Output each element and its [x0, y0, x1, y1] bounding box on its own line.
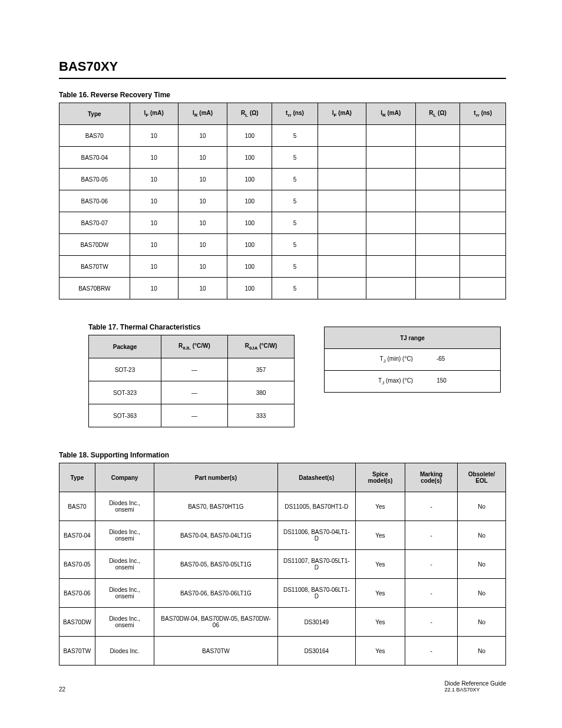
table-cell: 10	[130, 256, 178, 278]
table-cell: Diodes Inc., onsemi	[95, 579, 154, 608]
table-cell: SOT-23	[89, 358, 161, 381]
table-cell: SOT-323	[89, 381, 161, 404]
table-cell: DS11008, BAS70-06LT1-D	[277, 579, 355, 608]
table-cell: BAS70-06	[59, 579, 95, 608]
table-cell: 100	[227, 190, 272, 212]
page-title: BAS70XY	[59, 59, 506, 74]
table-cell: Yes	[355, 521, 405, 550]
title-rule	[59, 78, 506, 79]
table-cell: 10	[130, 147, 178, 169]
table-row: BAS70DW10101005	[59, 234, 506, 256]
table17b: TJ range TJ (min) (°C)-65TJ (max) (°C)15…	[324, 327, 501, 393]
table-cell: BAS70TW	[154, 637, 277, 666]
table-cell: BAS70, BAS70HT1G	[154, 492, 277, 521]
table-row: BAS70-0410101005	[59, 147, 506, 169]
table-cell: No	[458, 550, 506, 579]
table-cell	[318, 169, 366, 190]
table-cell: 100	[227, 256, 272, 278]
table-cell: Yes	[355, 608, 405, 637]
table-cell: 10	[130, 169, 178, 190]
table-cell: 5	[272, 256, 318, 278]
table-cell: Diodes Inc.	[95, 637, 154, 666]
table-cell: BAS70DW-04, BAS70DW-05, BAS70DW-06	[154, 608, 277, 637]
table17-title: Table 17. Thermal Characteristics	[88, 323, 295, 331]
table-row: BAS7010101005	[59, 125, 506, 147]
table-cell	[415, 234, 460, 256]
table-cell: 357	[228, 358, 295, 381]
page-number: 22	[59, 686, 65, 693]
table-cell	[318, 278, 366, 299]
table18: TypeCompanyPart number(s)Datasheet(s)Spi…	[59, 463, 506, 666]
table-cell: 10	[130, 234, 178, 256]
table-cell: BAS70-04	[59, 147, 130, 169]
table-row: BAS70TWDiodes Inc.BAS70TWDS30164Yes-No	[59, 637, 506, 666]
table-row: SOT-323—380	[89, 381, 295, 404]
table-cell: BAS70-05	[59, 169, 130, 190]
table-cell: 10	[130, 125, 178, 147]
table-cell	[366, 278, 415, 299]
table-cell: BAS70-04	[59, 521, 95, 550]
table-row: TJ (max) (°C)150	[325, 371, 501, 393]
table-cell: BAS70TW	[59, 256, 130, 278]
table-cell	[415, 169, 460, 190]
table-cell: 100	[227, 125, 272, 147]
table17-header-cell: RθJA (°C/W)	[228, 335, 295, 358]
table-cell	[366, 190, 415, 212]
table-cell	[318, 234, 366, 256]
table18-header-cell: Type	[59, 463, 95, 492]
table-cell: TJ (min) (°C)-65	[325, 349, 501, 371]
table17b-header: TJ range	[325, 327, 501, 349]
table-cell: 5	[272, 147, 318, 169]
table-cell: BAS70-04, BAS70-04LT1G	[154, 521, 277, 550]
table-cell: Diodes Inc., onsemi	[95, 608, 154, 637]
table-cell	[460, 212, 506, 234]
table16: TypeIF (mA)IR (mA)RL (Ω)trr (ns)IF (mA)I…	[59, 103, 506, 299]
table-cell	[366, 125, 415, 147]
table-cell	[318, 125, 366, 147]
table-cell: 10	[178, 212, 227, 234]
table-cell: No	[458, 608, 506, 637]
table16-header-cell: RL (Ω)	[227, 103, 272, 125]
table-cell: TJ (max) (°C)150	[325, 371, 501, 393]
table-cell	[460, 234, 506, 256]
table-cell: DS30149	[277, 608, 355, 637]
table18-header-cell: Marking code(s)	[405, 463, 457, 492]
table-cell	[366, 212, 415, 234]
table-cell: DS11007, BAS70-05LT1-D	[277, 550, 355, 579]
table-cell: 5	[272, 169, 318, 190]
table16-header-cell: RL (Ω)	[415, 103, 460, 125]
table-cell: 5	[272, 234, 318, 256]
table-cell	[318, 212, 366, 234]
table-cell: —	[161, 381, 228, 404]
table-cell: 10	[130, 278, 178, 299]
table-cell: Yes	[355, 579, 405, 608]
table-cell: -	[405, 492, 457, 521]
table-cell: DS11005, BAS70HT1-D	[277, 492, 355, 521]
table17-header-cell: Package	[89, 335, 161, 358]
table16-header-cell: IF (mA)	[318, 103, 366, 125]
table-cell: 5	[272, 212, 318, 234]
table-cell: 100	[227, 278, 272, 299]
table18-header-cell: Company	[95, 463, 154, 492]
table-cell: 10	[178, 256, 227, 278]
table-cell	[318, 256, 366, 278]
table-row: BAS70TW10101005	[59, 256, 506, 278]
table-cell	[415, 278, 460, 299]
table-cell: 100	[227, 212, 272, 234]
table-cell: 100	[227, 234, 272, 256]
table-cell: 10	[130, 190, 178, 212]
table-cell: DS30164	[277, 637, 355, 666]
table-cell: BAS70DW	[59, 608, 95, 637]
table-cell: BAS70	[59, 492, 95, 521]
table16-header-cell: IF (mA)	[130, 103, 178, 125]
table-cell: Diodes Inc., onsemi	[95, 521, 154, 550]
table-cell	[318, 190, 366, 212]
table-cell	[366, 234, 415, 256]
table-cell: 5	[272, 278, 318, 299]
table16-header-cell: IR (mA)	[178, 103, 227, 125]
table-row: BAS70-06Diodes Inc., onsemiBAS70-06, BAS…	[59, 579, 506, 608]
table-cell: DS11006, BAS70-04LT1-D	[277, 521, 355, 550]
table-row: SOT-23—357	[89, 358, 295, 381]
table-cell	[460, 190, 506, 212]
table-cell: 10	[178, 147, 227, 169]
